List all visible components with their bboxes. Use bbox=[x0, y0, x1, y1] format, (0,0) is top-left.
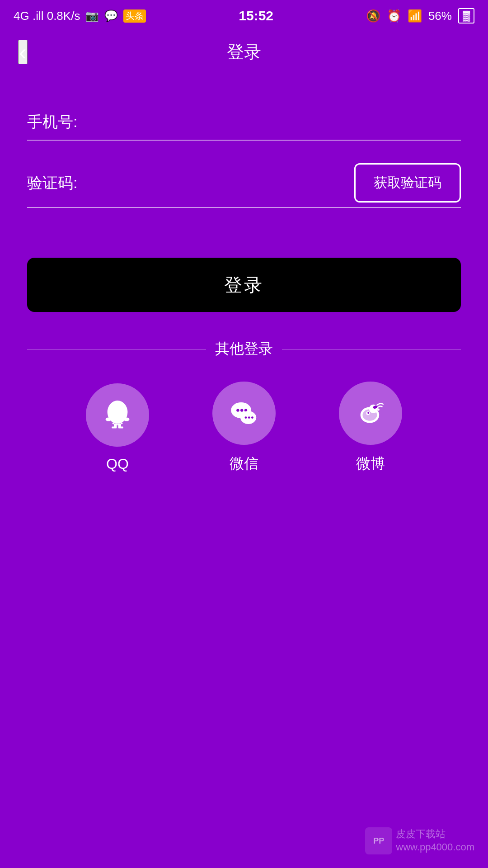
watermark-text: 皮皮下载站 www.pp4000.com bbox=[396, 828, 474, 854]
phone-label: 手机号: bbox=[27, 112, 86, 132]
code-divider bbox=[27, 207, 461, 208]
weibo-icon bbox=[352, 395, 389, 431]
code-input[interactable] bbox=[95, 170, 354, 196]
weibo-label: 微博 bbox=[356, 454, 385, 474]
other-login-label: 其他登录 bbox=[215, 339, 273, 359]
watermark-line2: www.pp4000.com bbox=[396, 841, 474, 854]
divider-line-right bbox=[282, 349, 461, 349]
watermark-logo: PP bbox=[365, 827, 392, 854]
qq-icon-circle bbox=[86, 383, 149, 447]
get-code-button[interactable]: 获取验证码 bbox=[354, 163, 461, 203]
page-title: 登录 bbox=[227, 41, 261, 64]
message-icon: 💬 bbox=[104, 9, 118, 22]
svg-point-18 bbox=[367, 412, 369, 414]
wifi-icon: 📶 bbox=[408, 9, 422, 23]
svg-point-13 bbox=[248, 416, 250, 419]
status-bar: 4G .ill 0.8K/s 📷 💬 头条 15:52 🔕 ⏰ 📶 56% ▓ bbox=[0, 0, 488, 32]
weibo-login-item[interactable]: 微博 bbox=[339, 382, 402, 474]
social-login-row: QQ 微信 bbox=[27, 382, 461, 474]
qq-login-item[interactable]: QQ bbox=[86, 383, 149, 472]
status-time: 15:52 bbox=[239, 8, 273, 24]
signal-text: 4G .ill 0.8K/s bbox=[14, 9, 80, 23]
qq-icon bbox=[99, 397, 136, 433]
phone-input[interactable] bbox=[95, 108, 461, 135]
svg-point-8 bbox=[236, 409, 239, 411]
alarm-icon: ⏰ bbox=[387, 9, 401, 23]
svg-point-2 bbox=[124, 417, 130, 421]
battery-icon: ▓ bbox=[458, 8, 474, 24]
divider-line-left bbox=[27, 349, 206, 349]
battery-text: 56% bbox=[428, 9, 452, 23]
back-button[interactable]: ‹ bbox=[18, 40, 28, 64]
camera-icon: 📷 bbox=[85, 9, 99, 22]
watermark-line1: 皮皮下载站 bbox=[396, 828, 474, 841]
watermark: PP 皮皮下载站 www.pp4000.com bbox=[365, 827, 474, 854]
toutiao-icon: 头条 bbox=[123, 9, 146, 23]
login-button[interactable]: 登录 bbox=[27, 258, 461, 312]
code-field-row: 验证码: 获取验证码 bbox=[27, 163, 461, 203]
status-right: 🔕 ⏰ 📶 56% ▓ bbox=[366, 8, 474, 24]
phone-divider bbox=[27, 140, 461, 141]
wechat-icon-circle bbox=[212, 382, 276, 445]
svg-rect-6 bbox=[118, 426, 123, 428]
svg-point-14 bbox=[251, 416, 253, 419]
other-login-divider: 其他登录 bbox=[27, 339, 461, 359]
phone-field-row: 手机号: bbox=[27, 108, 461, 135]
code-label: 验证码: bbox=[27, 173, 86, 193]
svg-rect-5 bbox=[112, 426, 117, 428]
svg-point-12 bbox=[245, 416, 247, 419]
main-content: 手机号: 验证码: 获取验证码 登录 其他登录 bbox=[0, 72, 488, 474]
weibo-icon-circle bbox=[339, 382, 402, 445]
svg-point-9 bbox=[240, 409, 243, 411]
wechat-icon bbox=[226, 395, 262, 431]
mute-icon: 🔕 bbox=[366, 9, 380, 23]
wechat-label: 微信 bbox=[230, 454, 258, 474]
svg-point-1 bbox=[106, 417, 112, 421]
code-input-wrapper bbox=[95, 170, 354, 196]
wechat-login-item[interactable]: 微信 bbox=[212, 382, 276, 474]
nav-bar: ‹ 登录 bbox=[0, 32, 488, 72]
qq-label: QQ bbox=[106, 456, 129, 472]
status-left: 4G .ill 0.8K/s 📷 💬 头条 bbox=[14, 9, 146, 23]
